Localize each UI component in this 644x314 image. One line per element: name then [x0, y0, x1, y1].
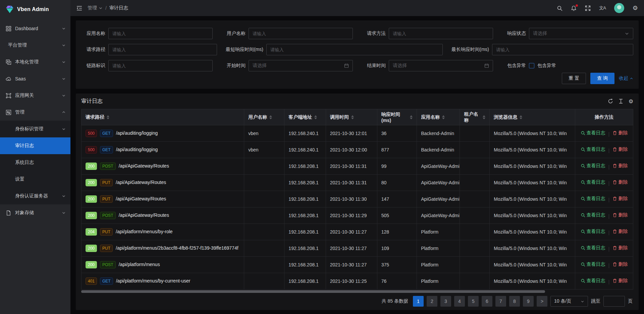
delete-button[interactable]: 删除	[612, 278, 628, 284]
end-time-datepicker[interactable]: 请选择	[389, 60, 493, 71]
refresh-icon[interactable]	[608, 99, 613, 104]
chevron-down-icon	[62, 211, 66, 215]
view-log-button[interactable]: 查看日志	[581, 179, 605, 185]
view-log-button[interactable]: 查看日志	[581, 261, 605, 267]
page-size-select[interactable]: 10 条/页	[550, 296, 588, 307]
view-log-button[interactable]: 查看日志	[581, 278, 605, 284]
column-header-6[interactable]: 租户名称	[460, 109, 490, 125]
sidebar-item-label: 对象存储	[15, 210, 62, 216]
column-label: 响应时间(ms)	[381, 112, 408, 123]
horizontal-scrollbar[interactable]	[81, 290, 633, 293]
cell-request-path: 500GET/api/auditing/logging	[82, 125, 244, 142]
cell-elapsed-ms: 76	[377, 273, 417, 290]
page-button-5[interactable]: 5	[468, 296, 479, 307]
min-elapsed-input[interactable]	[266, 44, 443, 55]
column-settings-icon[interactable]: ⚙	[629, 98, 633, 105]
view-log-button[interactable]: 查看日志	[581, 196, 605, 202]
fullscreen-icon[interactable]	[585, 5, 591, 11]
user-name-input[interactable]	[249, 28, 353, 39]
sidebar-item-localization-management[interactable]: 本地化管理	[0, 54, 70, 70]
status-badge: 200	[86, 195, 97, 203]
page-button-4[interactable]: 4	[454, 296, 465, 307]
translate-icon[interactable]: 文A	[599, 5, 606, 11]
page-button-2[interactable]: 2	[427, 296, 437, 307]
sidebar-item-saas[interactable]: Saas	[0, 70, 70, 87]
delete-button[interactable]: 删除	[612, 261, 628, 267]
sidebar-item-identity-management[interactable]: 身份标识管理	[0, 121, 70, 137]
method-badge: POST	[100, 163, 116, 170]
sidebar-item-dashboard[interactable]: Dashboard	[0, 20, 70, 37]
delete-button[interactable]: 删除	[612, 245, 628, 251]
sidebar-item-auth-server[interactable]: 身份认证服务器	[0, 188, 70, 204]
cell-call-time: 2021-10-30 12:00	[326, 142, 377, 158]
delete-button[interactable]: 删除	[612, 229, 628, 235]
cell-elapsed-ms: 375	[377, 257, 417, 273]
column-header-5[interactable]: 应用名称	[417, 109, 460, 125]
view-log-label: 查看日志	[587, 163, 605, 169]
column-header-1[interactable]: 用户名称	[244, 109, 284, 125]
search-icon[interactable]	[557, 5, 562, 11]
response-status-select[interactable]: 请选择	[529, 28, 633, 39]
breadcrumb-root[interactable]: 管理	[88, 5, 103, 11]
request-method-input[interactable]	[389, 28, 493, 39]
trace-id-label: 链路标识	[81, 63, 105, 69]
include-exception-checkbox[interactable]	[529, 63, 534, 68]
page-button-3[interactable]: 3	[440, 296, 451, 307]
max-elapsed-input[interactable]	[492, 44, 633, 55]
column-header-0[interactable]: 请求路径	[82, 109, 244, 125]
notification-bell-icon[interactable]	[571, 5, 577, 11]
jump-page-input[interactable]	[603, 296, 625, 307]
trash-icon	[612, 180, 617, 185]
delete-button[interactable]: 删除	[612, 163, 628, 169]
page-button-7[interactable]: 7	[495, 296, 506, 307]
menu-fold-icon[interactable]	[76, 5, 82, 11]
jump-label: 跳至	[591, 298, 600, 304]
next-page-button[interactable]: >	[537, 296, 547, 307]
view-log-button[interactable]: 查看日志	[581, 245, 605, 251]
column-header-2[interactable]: 客户端地址	[284, 109, 326, 125]
view-log-button[interactable]: 查看日志	[581, 130, 605, 136]
column-header-3[interactable]: 调用时间	[326, 109, 377, 125]
page-button-1[interactable]: 1	[413, 296, 424, 307]
delete-button[interactable]: 删除	[612, 146, 628, 152]
sidebar-item-platform-management[interactable]: 平台管理	[0, 37, 70, 54]
column-header-7[interactable]: 浏览器信息	[490, 109, 575, 125]
page-button-9[interactable]: 9	[523, 296, 534, 307]
row-height-icon[interactable]	[618, 99, 624, 104]
view-log-button[interactable]: 查看日志	[581, 146, 605, 152]
trace-id-input[interactable]	[108, 60, 213, 71]
sidebar-item-app-gateway[interactable]: 应用网关	[0, 87, 70, 104]
sidebar-item-audit-log[interactable]: 审计日志	[0, 137, 70, 154]
delete-label: 删除	[619, 245, 628, 251]
view-log-button[interactable]: 查看日志	[581, 229, 605, 235]
gear-icon[interactable]: ⚙	[633, 4, 638, 12]
page-button-6[interactable]: 6	[482, 296, 492, 307]
avatar[interactable]	[614, 3, 624, 13]
sidebar-item-management[interactable]: 管理	[0, 104, 70, 121]
search-button[interactable]: 查 询	[590, 73, 614, 84]
sidebar-item-object-storage[interactable]: 对象存储	[0, 204, 70, 221]
sidebar-item-settings[interactable]: 设置	[0, 171, 70, 188]
delete-button[interactable]: 删除	[612, 212, 628, 218]
column-header-4[interactable]: 响应时间(ms)	[377, 109, 417, 125]
sidebar-item-system-log[interactable]: 系统日志	[0, 154, 70, 171]
app-name-input[interactable]	[108, 28, 213, 39]
trash-icon	[612, 131, 617, 135]
table-row: 200POST/api/platform/menus192.168.208.12…	[82, 257, 633, 273]
page-button-8[interactable]: 8	[509, 296, 520, 307]
start-time-datepicker[interactable]: 请选择	[249, 60, 353, 71]
calendar-icon	[484, 63, 489, 68]
cell-app-name: Platform	[417, 224, 460, 240]
request-path-input[interactable]	[108, 44, 217, 55]
start-time-label: 开始时间	[221, 63, 246, 69]
search-icon	[581, 196, 585, 201]
delete-button[interactable]: 删除	[612, 130, 628, 136]
delete-button[interactable]: 删除	[612, 196, 628, 202]
app-logo[interactable]: Vben Admin	[0, 0, 70, 19]
reset-button[interactable]: 重 置	[562, 73, 586, 84]
collapse-link[interactable]: 收起	[619, 75, 633, 81]
delete-button[interactable]: 删除	[612, 179, 628, 185]
view-log-button[interactable]: 查看日志	[581, 163, 605, 169]
view-log-button[interactable]: 查看日志	[581, 212, 605, 218]
storage-icon	[6, 210, 11, 216]
